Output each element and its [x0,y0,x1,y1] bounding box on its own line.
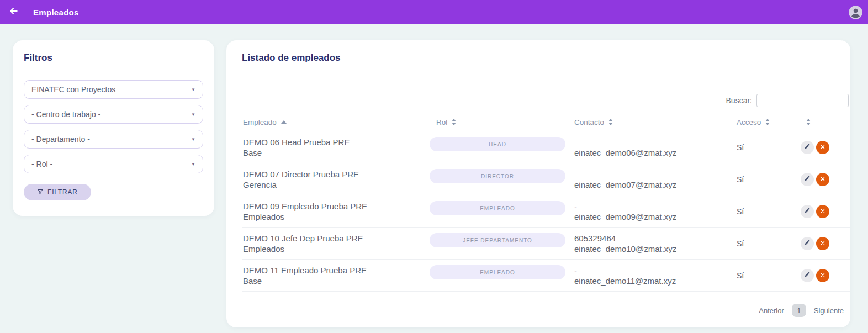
table-row: DEMO 07 Director Prueba PRE Gerencia DIR… [242,163,850,195]
employee-name: DEMO 06 Head Prueba PRE [243,137,430,147]
user-avatar-icon[interactable] [848,5,863,20]
employee-group: Gerencia [243,179,430,190]
top-bar: Empleados [0,0,868,24]
close-icon [820,175,825,183]
sort-ascending-icon [281,120,287,124]
contact-cell: 605329464 einatec_demo10@zmat.xyz [565,228,718,259]
employee-phone: 605329464 [574,233,718,244]
edit-button[interactable] [801,141,814,154]
pencil-icon [804,271,811,279]
employee-email: einatec_demo06@zmat.xyz [574,147,718,158]
employee-name: DEMO 09 Empleado Prueba PRE [243,201,430,212]
close-icon [820,239,825,247]
column-header-rol[interactable]: Rol [430,118,565,126]
access-value: Sí [718,131,795,163]
back-button[interactable] [8,6,20,18]
employee-group: Base [243,147,430,158]
employee-name: DEMO 10 Jefe Dep Prueba PRE [243,233,430,244]
contact-cell: einatec_demo06@zmat.xyz [565,131,718,163]
employee-phone: - [574,201,718,212]
actions-cell [795,195,850,227]
pencil-icon [804,207,811,215]
edit-button[interactable] [801,237,814,250]
pagination-previous[interactable]: Anterior [759,306,784,315]
table-row: DEMO 10 Jefe Dep Prueba PRE Empleados JE… [242,228,850,260]
employee-phone [574,169,718,179]
arrow-left-icon [8,6,19,19]
role-badge: HEAD [430,137,565,151]
filter-button-label: FILTRAR [47,188,78,196]
edit-button[interactable] [801,269,814,282]
access-value: Sí [718,195,795,227]
role-badge: DIRECTOR [430,169,565,183]
employee-phone [574,137,718,147]
sort-icon [608,119,613,125]
sort-icon [765,119,770,125]
search-row: Buscar: [726,94,849,107]
edit-button[interactable] [801,173,814,186]
employees-panel: Listado de empleados Buscar: Empleado Ro… [226,40,850,327]
contact-cell: - einatec_demo09@zmat.xyz [565,195,718,227]
column-header-contacto[interactable]: Contacto [565,118,718,126]
delete-button[interactable] [816,237,829,250]
employee-name: DEMO 11 Empleado Prueba PRE [243,265,430,276]
column-header-empleado[interactable]: Empleado [242,118,430,126]
employee-email: einatec_demo09@zmat.xyz [574,212,718,222]
column-label: Empleado [243,118,277,126]
table-header-row: Empleado Rol Contacto Acceso [242,113,850,131]
employee-group: Empleados [243,244,430,254]
actions-cell [795,228,850,259]
work-center-select[interactable]: - Centro de trabajo - ▼ [24,105,203,124]
column-label: Contacto [574,118,604,126]
employee-name-cell: DEMO 10 Jefe Dep Prueba PRE Empleados [242,228,430,259]
sort-icon [806,119,811,125]
filters-panel: Filtros EINATEC con Proyectos ▼ - Centro… [13,40,214,216]
delete-button[interactable] [816,141,829,154]
pencil-icon [804,239,811,247]
delete-button[interactable] [816,205,829,218]
employee-name: DEMO 07 Director Prueba PRE [243,169,430,179]
table-row: DEMO 06 Head Prueba PRE Base HEAD einate… [242,131,850,163]
pencil-icon [804,143,811,151]
close-icon [820,271,825,279]
employee-email: einatec_demo11@zmat.xyz [574,276,718,286]
column-header-acceso[interactable]: Acceso [718,118,795,126]
work-center-select-value: - Centro de trabajo - [31,110,100,119]
role-cell: EMPLEADO [430,260,565,291]
table-row: DEMO 11 Empleado Prueba PRE Base EMPLEAD… [242,260,850,292]
chevron-down-icon: ▼ [191,162,195,167]
role-cell: EMPLEADO [430,195,565,227]
table-row: DEMO 09 Empleado Prueba PRE Empleados EM… [242,195,850,228]
role-cell: HEAD [430,131,565,163]
filters-title: Filtros [24,52,203,64]
sort-icon [452,119,456,125]
pagination-next[interactable]: Siguiente [814,306,844,315]
filter-button[interactable]: FILTRAR [24,184,91,200]
access-value: Sí [718,228,795,259]
company-select[interactable]: EINATEC con Proyectos ▼ [24,80,203,99]
actions-cell [795,163,850,195]
employee-phone: - [574,265,718,276]
edit-button[interactable] [801,205,814,218]
department-select[interactable]: - Departamento - ▼ [24,130,203,149]
column-label: Rol [436,118,447,126]
employee-email: einatec_demo10@zmat.xyz [574,244,718,254]
employee-name-cell: DEMO 09 Empleado Prueba PRE Empleados [242,195,430,227]
pagination-page-1[interactable]: 1 [792,304,806,317]
role-select[interactable]: - Rol - ▼ [24,155,203,173]
chevron-down-icon: ▼ [191,112,195,117]
column-header-actions[interactable] [795,119,850,125]
access-value: Sí [718,163,795,195]
search-label: Buscar: [726,96,752,105]
delete-button[interactable] [816,269,829,282]
delete-button[interactable] [816,173,829,186]
page-title: Empleados [33,8,79,17]
employees-title: Listado de empleados [242,52,850,64]
employee-group: Base [243,276,430,286]
contact-cell: einatec_demo07@zmat.xyz [565,163,718,195]
search-input[interactable] [756,94,849,107]
close-icon [820,207,825,215]
employee-name-cell: DEMO 06 Head Prueba PRE Base [242,131,430,163]
role-cell: DIRECTOR [430,163,565,195]
employee-name-cell: DEMO 07 Director Prueba PRE Gerencia [242,163,430,195]
